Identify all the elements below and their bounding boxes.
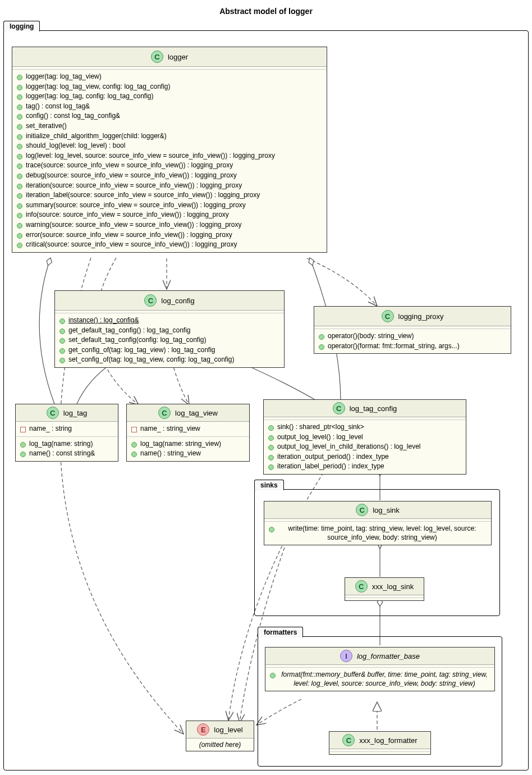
class-log-formatter-base-header: I log_formatter_base	[265, 648, 494, 665]
member-text: name_ : string	[29, 425, 72, 434]
class-method: format(fmt::memory_buffer& buffer, time:…	[270, 670, 490, 689]
member-text: logger(tag: log_tag, config: log_tag_con…	[26, 92, 154, 101]
member-text: instance() : log_config&	[68, 316, 139, 325]
class-log-sink: C log_sink write(time: time_point, tag: …	[264, 501, 492, 545]
class-icon: C	[355, 580, 368, 592]
package-formatters-tab: formatters	[258, 627, 303, 637]
class-log-tag-view-name: log_tag_view	[175, 409, 218, 417]
visibility-icon	[268, 445, 274, 450]
class-icon: C	[158, 407, 171, 419]
member-text: log(level: log_level, source: source_inf…	[26, 152, 275, 161]
visibility-icon	[17, 75, 22, 80]
class-method: info(source: source_info_view = source_i…	[17, 210, 322, 220]
class-method: name() : string_view	[131, 449, 245, 459]
member-text: output_log_level_in_child_iterations() :…	[277, 443, 421, 452]
visibility-icon	[131, 442, 137, 448]
class-log-tag-header: C log_tag	[16, 404, 118, 422]
class-method: logger(tag: log_tag_view)	[17, 72, 322, 82]
visibility-icon	[268, 435, 274, 441]
class-icon: C	[151, 51, 163, 63]
member-text: get_config_of(tag: log_tag_view) : log_t…	[68, 346, 215, 355]
member-text: trace(source: source_info_view = source_…	[26, 161, 233, 170]
class-method: get_default_tag_config() : log_tag_confi…	[59, 326, 279, 336]
visibility-icon	[268, 455, 274, 461]
package-sinks: sinks C log_sink write(time: time_point,…	[254, 489, 500, 616]
class-method: iteration_output_period() : index_type	[268, 452, 461, 462]
member-text: info(source: source_info_view = source_i…	[26, 211, 229, 220]
package-logging: logging	[3, 30, 529, 771]
class-method: operator()(format: fmt::format_string, a…	[319, 341, 506, 352]
class-method: operator()(body: string_view)	[319, 331, 506, 341]
class-method: log_tag(name: string_view)	[131, 439, 245, 449]
class-method: set_iterative()	[17, 121, 322, 131]
class-log-formatter-base-name: log_formatter_base	[357, 652, 420, 660]
visibility-icon	[319, 344, 324, 350]
visibility-icon	[268, 464, 274, 470]
class-method: log(level: log_level, source: source_inf…	[17, 151, 322, 161]
class-log-level-name: log_level	[214, 726, 242, 734]
member-text: log_tag(name: string_view)	[140, 440, 221, 449]
class-logging-proxy-name: logging_proxy	[398, 312, 444, 321]
class-method: set_default_tag_config(config: log_tag_c…	[59, 335, 279, 345]
member-text: should_log(level: log_level) : bool	[26, 142, 125, 151]
class-log-config-header: C log_config	[55, 291, 284, 311]
member-text: output_log_level() : log_level	[277, 433, 363, 442]
visibility-icon	[17, 213, 22, 218]
class-xxx-log-formatter-name: xxx_log_formatter	[359, 736, 417, 745]
class-method: name() : const string&	[20, 449, 113, 459]
class-log-level-header: E log_level	[186, 721, 254, 738]
visibility-icon	[17, 154, 22, 159]
visibility-icon	[59, 318, 65, 324]
class-xxx-log-formatter-header: C xxx_log_formatter	[329, 732, 430, 749]
class-method: critical(source: source_info_view = sour…	[17, 240, 322, 250]
enum-icon: E	[197, 723, 209, 736]
class-logging-proxy: C logging_proxy operator()(body: string_…	[314, 306, 511, 354]
visibility-icon	[17, 124, 22, 130]
member-text: name() : string_view	[140, 449, 201, 458]
class-icon: C	[333, 402, 345, 414]
class-method: debug(source: source_info_view = source_…	[17, 171, 322, 181]
class-icon: C	[342, 734, 355, 746]
visibility-icon	[59, 329, 65, 334]
member-text: set_iterative()	[26, 122, 67, 131]
member-text: error(source: source_info_view = source_…	[26, 231, 232, 240]
visibility-icon	[20, 452, 26, 457]
class-log-tag-config-name: log_tag_config	[350, 404, 397, 413]
class-log-level: E log_level (omitted here)	[186, 721, 254, 751]
visibility-icon	[59, 348, 65, 354]
class-log-sink-header: C log_sink	[264, 502, 491, 519]
member-text: summary(source: source_info_view = sourc…	[26, 201, 246, 210]
member-text: operator()(body: string_view)	[328, 332, 414, 341]
member-text: logger(tag: log_tag_view, config: log_ta…	[26, 83, 171, 92]
class-log-config-name: log_config	[161, 297, 194, 305]
class-log-tag-view: C log_tag_view name_ : string_view log_t…	[126, 404, 250, 462]
interface-icon: I	[340, 650, 352, 662]
visibility-icon	[17, 163, 22, 169]
class-log-tag-config-header: C log_tag_config	[264, 400, 466, 417]
class-logger-header: C logger	[12, 47, 327, 67]
member-text: critical(source: source_info_view = sour…	[26, 240, 237, 249]
visibility-icon	[17, 144, 22, 149]
class-method: initialize_child_algorithm_logger(child:…	[17, 131, 322, 142]
member-text: debug(source: source_info_view = source_…	[26, 171, 237, 180]
package-formatters: formatters I log_formatter_base format(f…	[258, 636, 502, 767]
member-text: sink() : shared_ptr<log_sink>	[277, 423, 364, 432]
class-attribute: name_ : string_view	[131, 424, 245, 434]
member-text: name() : const string&	[29, 449, 95, 458]
class-method: tag() : const log_tag&	[17, 102, 322, 112]
class-log-tag: C log_tag name_ : string log_tag(name: s…	[15, 404, 118, 462]
class-log-config: C log_config instance() : log_config&get…	[54, 290, 285, 368]
visibility-icon	[17, 223, 22, 229]
member-text: log_tag(name: string)	[29, 440, 93, 449]
class-method: iteration_label(source: source_info_view…	[17, 190, 322, 200]
member-text: write(time: time_point, tag: string_view…	[278, 525, 487, 542]
visibility-icon	[17, 203, 22, 209]
visibility-icon	[59, 358, 65, 363]
visibility-icon	[17, 174, 22, 179]
member-text: iteration(source: source_info_view = sou…	[26, 181, 242, 190]
visibility-icon	[17, 184, 22, 189]
class-method: iteration(source: source_info_view = sou…	[17, 181, 322, 191]
class-icon: C	[356, 504, 368, 516]
class-xxx-log-sink-header: C xxx_log_sink	[345, 578, 424, 595]
member-text: warning(source: source_info_view = sourc…	[26, 221, 242, 230]
